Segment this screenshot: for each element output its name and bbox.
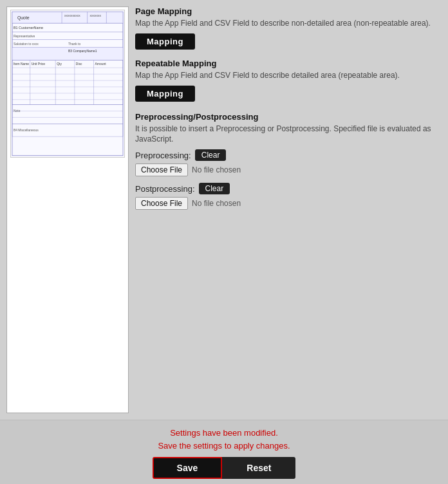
repeatable-mapping-section: Repeatable Mapping Map the App Field and… xyxy=(135,59,442,102)
svg-text:Qty: Qty xyxy=(57,62,62,66)
svg-rect-0 xyxy=(11,10,124,156)
svg-text:Disc: Disc xyxy=(76,62,82,66)
postprocessing-row: Postprocessing: Clear xyxy=(135,183,442,194)
svg-text:Thank to: Thank to xyxy=(68,42,80,46)
svg-text:Amount: Amount xyxy=(95,62,107,66)
svg-text:xxxxxxxxxx: xxxxxxxxxx xyxy=(64,14,80,17)
svg-text:Unit Price: Unit Price xyxy=(32,62,46,66)
postprocessing-clear-button[interactable]: Clear xyxy=(199,183,230,194)
page-mapping-section: Page Mapping Map the App Field and CSV F… xyxy=(135,6,442,50)
svg-text:B3 CompanyName1: B3 CompanyName1 xyxy=(68,50,97,53)
svg-text:Quote: Quote xyxy=(17,15,30,21)
footer-buttons: Save Reset xyxy=(153,457,296,479)
preprocessing-section: Preprocessing/Postprocessing It is possi… xyxy=(135,112,442,217)
postprocessing-label: Postprocessing: xyxy=(135,184,195,194)
preprocessing-file-row: Choose File No file chosen xyxy=(135,163,442,176)
footer-message: Settings have been modified. Save the se… xyxy=(158,427,290,452)
preview-panel: Quote xxxxxxxxxx xxxxxxx B1 CustomerName… xyxy=(6,6,129,413)
svg-text:Salutation to xxxx: Salutation to xxxx xyxy=(14,42,39,46)
footer-bar: Settings have been modified. Save the se… xyxy=(0,420,448,484)
svg-rect-16 xyxy=(12,48,123,60)
preprocessing-no-file-text: No file chosen xyxy=(192,165,241,174)
repeatable-mapping-button[interactable]: Mapping xyxy=(135,86,195,102)
footer-message-line1: Settings have been modified. xyxy=(158,427,290,440)
settings-panel: Page Mapping Map the App Field and CSV F… xyxy=(135,6,442,413)
app-container: Quote xxxxxxxxxx xxxxxxx B1 CustomerName… xyxy=(0,0,448,484)
preprocessing-desc: It is possible to insert a Preprocessing… xyxy=(135,124,442,145)
postprocessing-file-row: Choose File No file chosen xyxy=(135,197,442,210)
postprocessing-choose-file-button[interactable]: Choose File xyxy=(135,197,188,210)
postprocessing-no-file-text: No file chosen xyxy=(192,199,241,208)
preprocessing-title: Preprocessing/Postprocessing xyxy=(135,112,442,122)
svg-text:Item Name: Item Name xyxy=(14,62,29,66)
preprocessing-row: Preprocessing: Clear xyxy=(135,149,442,161)
preprocessing-choose-file-button[interactable]: Choose File xyxy=(135,163,188,176)
repeatable-mapping-title: Repeatable Mapping xyxy=(135,59,442,68)
page-mapping-button[interactable]: Mapping xyxy=(135,33,195,50)
svg-text:B4 Miscellaneous: B4 Miscellaneous xyxy=(14,129,39,132)
svg-text:Representative: Representative xyxy=(14,35,35,38)
save-button[interactable]: Save xyxy=(153,457,223,479)
page-mapping-title: Page Mapping xyxy=(135,6,442,16)
svg-text:Note: Note xyxy=(14,109,21,113)
footer-message-line2: Save the settings to apply changes. xyxy=(158,440,290,452)
preprocessing-label: Preprocessing: xyxy=(135,151,191,160)
main-content: Quote xxxxxxxxxx xxxxxxx B1 CustomerName… xyxy=(0,0,448,420)
preprocessing-clear-button[interactable]: Clear xyxy=(195,149,227,161)
repeatable-mapping-desc: Map the App Field and CSV Field to descr… xyxy=(135,70,442,81)
svg-text:xxxxxxx: xxxxxxx xyxy=(90,14,102,17)
page-mapping-desc: Map the App Field and CSV Field to descr… xyxy=(135,18,442,29)
reset-button[interactable]: Reset xyxy=(222,457,295,479)
svg-text:B1 CustomerName: B1 CustomerName xyxy=(14,26,43,30)
document-preview: Quote xxxxxxxxxx xxxxxxx B1 CustomerName… xyxy=(10,10,125,158)
